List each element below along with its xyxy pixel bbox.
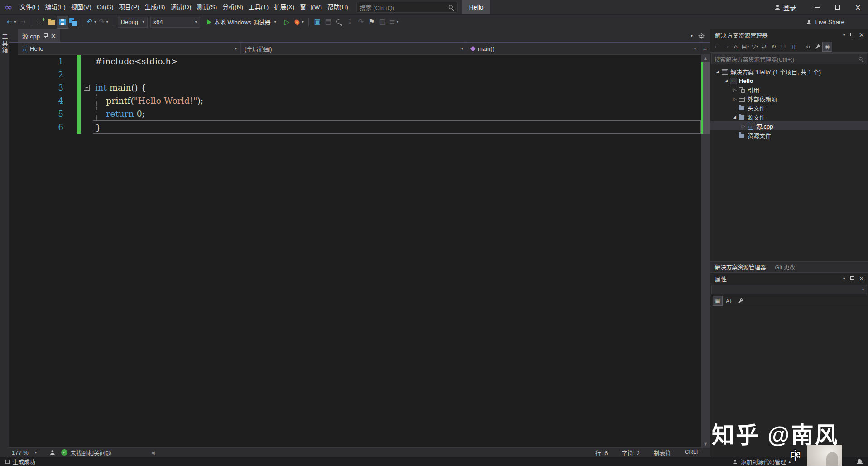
start-without-debugging-button[interactable]: ▷ (282, 16, 293, 28)
step-over-button[interactable]: ↷ (355, 16, 366, 28)
tab-close-icon[interactable]: × (51, 33, 56, 39)
back-icon[interactable]: ← (712, 42, 721, 51)
pending-changes-filter-icon[interactable]: ▽▾ (750, 42, 759, 51)
breakpoints-window-button[interactable]: ▣ (312, 16, 323, 28)
menu-item[interactable]: 测试(S) (194, 0, 220, 14)
member-dropdown[interactable]: main() ▾ (467, 43, 700, 54)
find-in-files-button[interactable] (334, 16, 345, 28)
tree-item[interactable]: ◢源文件 (710, 112, 868, 121)
switch-views-icon[interactable]: ▤▾ (741, 42, 750, 51)
error-list-button[interactable]: ≡▾ (388, 16, 400, 28)
minimize-button[interactable] (807, 0, 827, 14)
new-project-button[interactable] (35, 16, 46, 28)
redo-button[interactable]: ↷▾ (97, 16, 110, 28)
code-line[interactable]: 3−int main() { (9, 81, 701, 94)
tab-solution-explorer[interactable]: 解决方案资源管理器 (710, 263, 771, 271)
tree-collapsed-arrow-icon[interactable]: ▷ (740, 124, 747, 129)
line-ending-indicator[interactable]: CRLF (685, 448, 700, 457)
tree-expanded-arrow-icon[interactable]: ◢ (714, 69, 721, 74)
indent-indicator[interactable]: 制表符 (653, 448, 671, 457)
close-panel-icon[interactable]: × (858, 32, 864, 38)
tab-git-changes[interactable]: Git 更改 (771, 263, 800, 271)
undo-button[interactable]: ↶▾ (86, 16, 98, 28)
home-icon[interactable]: ⌂ (731, 42, 740, 51)
scope-dropdown[interactable]: (全局范围) ▾ (241, 43, 467, 54)
tree-collapsed-arrow-icon[interactable]: ▷ (731, 87, 738, 92)
tree-item[interactable]: 头文件 (710, 103, 868, 112)
line-number[interactable]: 4 (9, 94, 77, 107)
pin-icon[interactable] (43, 33, 48, 38)
hot-reload-button[interactable]: ▾ (293, 16, 305, 28)
refresh-icon[interactable]: ↻ (769, 42, 778, 51)
split-window-button[interactable]: + (700, 43, 710, 54)
start-debugging-button[interactable]: 本地 Windows 调试器 ▾ (203, 16, 280, 28)
menu-item[interactable]: Git(G) (94, 0, 116, 14)
tree-expanded-arrow-icon[interactable]: ◢ (723, 78, 729, 83)
sync-with-active-document-icon[interactable]: ⇄ (760, 42, 769, 51)
editor-surface[interactable]: 1#include<stdio.h>23−int main() {4 print… (9, 55, 710, 447)
code-line[interactable]: 1#include<stdio.h> (9, 55, 701, 68)
line-number[interactable]: 3 (9, 81, 77, 94)
scroll-down-icon[interactable]: ▼ (701, 441, 710, 447)
alphabetical-sort-icon[interactable]: A↓ (724, 296, 734, 305)
menu-item[interactable]: 分析(N) (220, 0, 246, 14)
tree-item[interactable]: ◢Hello (710, 76, 868, 85)
tree-item[interactable]: 资源文件 (710, 130, 868, 139)
menu-item[interactable]: 编辑(E) (43, 0, 68, 14)
menu-item[interactable]: 窗口(W) (297, 0, 325, 14)
project-dropdown[interactable]: Hello ▾ (18, 43, 241, 54)
window-position-chevron-icon[interactable]: ▾ (843, 276, 845, 281)
code-line[interactable]: 4 printf("Hello World!"); (9, 94, 701, 107)
menu-item[interactable]: 工具(T) (246, 0, 271, 14)
fold-collapse-icon[interactable]: − (84, 85, 90, 91)
menu-item[interactable]: 视图(V) (68, 0, 94, 14)
line-number[interactable]: 1 (9, 55, 77, 68)
line-number[interactable]: 2 (9, 68, 77, 81)
editor-vertical-scrollbar[interactable]: ▲ ▼ (701, 55, 710, 447)
add-to-source-control-button[interactable]: 添加到源代码管理 (741, 457, 786, 466)
collapse-all-icon[interactable]: ⊟ (779, 42, 788, 51)
configuration-combobox[interactable]: Debug▾ (118, 17, 148, 28)
document-tab-active[interactable]: 源.cpp × (18, 29, 60, 42)
scroll-up-icon[interactable]: ▲ (701, 55, 710, 62)
window-position-chevron-icon[interactable]: ▾ (843, 33, 845, 37)
quick-search-input[interactable]: 搜索 (Ctrl+Q) (356, 2, 458, 13)
task-list-button[interactable]: ▥ (377, 16, 388, 28)
code-line[interactable]: 2 (9, 68, 701, 81)
menu-item[interactable]: 生成(B) (142, 0, 168, 14)
view-code-icon[interactable]: ‹› (804, 42, 813, 51)
line-number[interactable]: 6 (9, 120, 77, 134)
preview-selected-items-icon[interactable]: ◉ (823, 42, 832, 51)
platform-combobox[interactable]: x64▾ (150, 17, 200, 28)
pin-icon[interactable] (849, 32, 854, 38)
menu-item[interactable]: 项目(P) (116, 0, 142, 14)
tree-item[interactable]: ▷源.cpp (710, 121, 868, 130)
tree-expanded-arrow-icon[interactable]: ◢ (731, 115, 738, 119)
maximize-button[interactable] (827, 0, 848, 14)
document-list-chevron-icon[interactable]: ▾ (691, 34, 693, 38)
property-pages-wrench-icon[interactable] (736, 296, 745, 305)
sign-in-button[interactable]: 登录 (783, 3, 796, 12)
tree-item[interactable]: ▷外部依赖项 (710, 94, 868, 103)
tree-collapsed-arrow-icon[interactable]: ▷ (731, 96, 738, 101)
tree-item[interactable]: ▷引用 (710, 85, 868, 94)
tree-item[interactable]: ◢解决方案 'Hello' (1 个项目, 共 1 个) (710, 67, 868, 76)
show-all-files-icon[interactable]: ◫ (788, 42, 797, 51)
toolbox-vertical-tab[interactable]: 工具箱 (0, 34, 9, 54)
open-file-button[interactable] (46, 16, 57, 28)
navigate-back-button[interactable]: ←▾ (5, 16, 18, 28)
hscroll-left-arrow-icon[interactable]: ◀ (151, 450, 155, 455)
menu-item[interactable]: 调试(D) (168, 0, 194, 14)
bookmark-button[interactable]: ⚑ (366, 16, 377, 28)
close-panel-icon[interactable]: × (858, 275, 864, 282)
categorized-icon[interactable]: ▦ (713, 296, 722, 305)
forward-icon[interactable]: → (722, 42, 731, 51)
live-share-button[interactable]: Live Share (806, 19, 844, 25)
pin-icon[interactable] (849, 276, 854, 282)
menu-item[interactable]: 扩展(X) (271, 0, 297, 14)
properties-object-combobox[interactable]: ▾ (711, 285, 867, 294)
menu-item[interactable]: 文件(F) (17, 0, 43, 14)
save-button[interactable] (57, 16, 68, 28)
line-number[interactable]: 5 (9, 107, 77, 120)
navigate-forward-button[interactable]: → (18, 16, 29, 28)
